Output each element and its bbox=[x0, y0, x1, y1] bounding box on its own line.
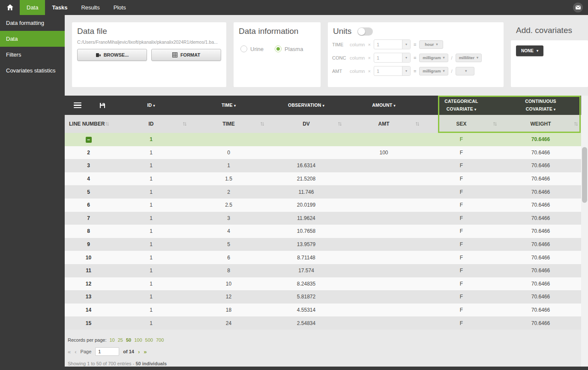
column-header-time[interactable]: TIME bbox=[190, 115, 267, 133]
page-size-option[interactable]: 700 bbox=[156, 337, 164, 343]
table-row[interactable]: 612.520.0199F70.6466 bbox=[65, 199, 581, 212]
add-covariates-panel: Add. covariates NONE ▾ bbox=[511, 22, 588, 87]
conc-denominator-select[interactable]: milliliter▾ bbox=[456, 54, 482, 62]
column-type-menu-id[interactable]: ID ▾ bbox=[112, 96, 190, 115]
cell-id: 1 bbox=[112, 228, 190, 234]
plasma-radio[interactable]: Plasma bbox=[275, 45, 303, 52]
add-covariates-none-button[interactable]: NONE ▾ bbox=[516, 45, 543, 56]
cell-dv: 5.81872 bbox=[267, 294, 345, 300]
sidebar-item-filters[interactable]: Filters bbox=[0, 47, 65, 63]
column-header-line-number[interactable]: LINE NUMBER bbox=[65, 115, 112, 133]
sort-icon[interactable] bbox=[260, 121, 264, 126]
cell-line: 7 bbox=[65, 215, 112, 221]
home-icon bbox=[6, 4, 14, 11]
table-row[interactable]: 121108.24835F70.6466 bbox=[65, 277, 581, 291]
urine-radio[interactable]: Urine bbox=[240, 45, 264, 52]
feedback-button[interactable] bbox=[573, 3, 583, 12]
cell-time: 2 bbox=[190, 189, 267, 195]
cell-id: 1 bbox=[112, 241, 190, 247]
cell-sex: F bbox=[423, 268, 500, 274]
table-row[interactable]: 10168.71148F70.6466 bbox=[65, 251, 581, 264]
amt-multiplier-input[interactable] bbox=[374, 66, 402, 75]
table-footer: Records per page: 102550100500700 « ‹ Pa… bbox=[68, 330, 453, 366]
home-button[interactable] bbox=[0, 0, 20, 15]
column-header-dv[interactable]: DV bbox=[267, 115, 345, 133]
page-size-option[interactable]: 500 bbox=[145, 337, 153, 343]
last-page-icon[interactable]: » bbox=[144, 349, 147, 355]
tab-plots[interactable]: Plots bbox=[107, 0, 133, 15]
column-header-weight[interactable]: WEIGHT bbox=[500, 115, 581, 133]
tab-results[interactable]: Results bbox=[74, 0, 106, 15]
cell-line: 2 bbox=[65, 150, 112, 156]
column-type-menu-amount[interactable]: AMOUNT ▾ bbox=[345, 96, 423, 115]
table-row[interactable]: 71311.9624F70.6466 bbox=[65, 212, 581, 225]
column-type-menu-time[interactable]: TIME ▾ bbox=[190, 96, 267, 115]
table-row[interactable]: 141184.55314F70.6466 bbox=[65, 304, 581, 317]
sort-icon[interactable] bbox=[415, 121, 420, 126]
radio-checked-icon bbox=[275, 45, 282, 52]
radio-unchecked-icon bbox=[240, 45, 247, 52]
conc-numerator-select[interactable]: milligram▾ bbox=[419, 54, 448, 62]
column-header-amt[interactable]: AMT bbox=[345, 115, 423, 133]
caret-down-icon: ▾ bbox=[474, 108, 476, 111]
table-row[interactable]: 210100F70.6466 bbox=[65, 146, 581, 159]
sort-icon[interactable] bbox=[105, 121, 109, 126]
table-row-individual-group[interactable]: −1F70.6466 bbox=[65, 133, 581, 146]
cell-time: 10 bbox=[190, 281, 267, 287]
collapse-group-icon[interactable]: − bbox=[86, 137, 92, 143]
page-size-option[interactable]: 10 bbox=[110, 337, 115, 343]
tab-data[interactable]: Data bbox=[20, 0, 45, 15]
caret-down-icon[interactable]: ▾ bbox=[402, 66, 410, 75]
cell-line: 12 bbox=[65, 281, 112, 287]
sidebar-item-data-formatting[interactable]: Data formatting bbox=[0, 15, 65, 31]
time-multiplier-input[interactable] bbox=[374, 40, 402, 49]
sidebar-item-data[interactable]: Data bbox=[0, 31, 65, 47]
sort-icon[interactable] bbox=[574, 121, 578, 126]
first-page-icon[interactable]: « bbox=[68, 349, 71, 355]
page-number-input[interactable] bbox=[95, 347, 119, 356]
caret-down-icon: ▾ bbox=[537, 49, 538, 53]
table-column-header: LINE NUMBER ID TIME DV AMT SEX WEIGHT bbox=[65, 115, 581, 133]
conc-multiplier-input[interactable] bbox=[374, 53, 402, 62]
column-type-menu-categorical-covariate[interactable]: CATEGORICAL COVARIATE ▾ bbox=[423, 96, 500, 115]
table-row[interactable]: 111817.574F70.6466 bbox=[65, 264, 581, 277]
table-row[interactable]: 81410.7658F70.6466 bbox=[65, 225, 581, 238]
sort-icon[interactable] bbox=[183, 121, 187, 126]
sort-icon[interactable] bbox=[493, 121, 497, 126]
table-row[interactable]: 31116.6314F70.6466 bbox=[65, 159, 581, 172]
scrollbar-thumb[interactable] bbox=[582, 147, 587, 203]
showing-entries-label: Showing 1 to 50 of 700 entries - bbox=[68, 361, 135, 366]
table-menu-icon[interactable] bbox=[74, 101, 81, 110]
sort-icon[interactable] bbox=[338, 121, 342, 126]
caret-down-icon: ▾ bbox=[436, 42, 438, 46]
sidebar-item-covariates-statistics[interactable]: Covariates statistics bbox=[0, 63, 65, 78]
prev-page-icon[interactable]: ‹ bbox=[75, 349, 76, 355]
page-size-option[interactable]: 100 bbox=[134, 337, 142, 343]
amt-numerator-select[interactable]: milligram▾ bbox=[419, 67, 448, 75]
next-page-icon[interactable]: › bbox=[138, 349, 140, 355]
table-row[interactable]: 91513.9579F70.6466 bbox=[65, 238, 581, 251]
table-row[interactable]: 131125.81872F70.6466 bbox=[65, 290, 581, 304]
page-size-option[interactable]: 50 bbox=[126, 337, 131, 343]
caret-down-icon[interactable]: ▾ bbox=[402, 40, 410, 49]
cell-sex: F bbox=[423, 255, 500, 261]
caret-down-icon: ▾ bbox=[443, 69, 445, 73]
save-icon[interactable] bbox=[99, 102, 105, 108]
column-header-sex[interactable]: SEX bbox=[423, 115, 500, 133]
time-unit-select[interactable]: hour▾ bbox=[419, 40, 443, 49]
table-row[interactable]: 151242.54834F70.6466 bbox=[65, 316, 581, 330]
amt-denominator-select[interactable]: ▾ bbox=[456, 67, 474, 75]
units-toggle[interactable] bbox=[357, 27, 373, 36]
page-size-option[interactable]: 25 bbox=[118, 337, 123, 343]
tab-tasks[interactable]: Tasks bbox=[45, 0, 74, 15]
table-row[interactable]: 411.521.5208F70.6466 bbox=[65, 172, 581, 186]
column-type-menu-observation[interactable]: OBSERVATION ▾ bbox=[267, 96, 345, 115]
cell-line: 4 bbox=[65, 176, 112, 182]
browse-button[interactable]: BROWSE... bbox=[77, 49, 147, 61]
format-button[interactable]: FORMAT bbox=[151, 49, 221, 61]
caret-down-icon[interactable]: ▾ bbox=[402, 53, 410, 62]
table-row[interactable]: 51211.746F70.6466 bbox=[65, 185, 581, 199]
vertical-scrollbar[interactable] bbox=[581, 96, 588, 370]
column-header-id[interactable]: ID bbox=[112, 115, 190, 133]
column-type-menu-continuous-covariate[interactable]: CONTINUOUS COVARIATE ▾ bbox=[500, 96, 581, 115]
